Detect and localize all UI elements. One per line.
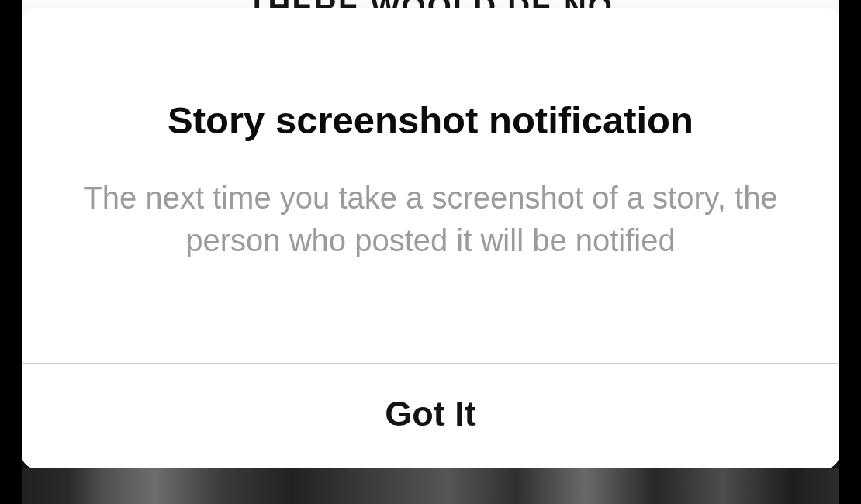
dialog-body: Story screenshot notification The next t… [22,8,839,363]
letterbox-left [0,0,22,504]
got-it-button[interactable]: Got It [22,364,839,468]
letterbox-right [839,0,861,504]
story-screenshot-dialog: Story screenshot notification The next t… [22,8,839,468]
background-story-bottom [0,468,861,504]
dialog-actions: Got It [22,363,839,468]
screenshot-viewport: THERE WOOLD DE NO @WABetaInfo Story scre… [0,0,861,504]
dialog-message: The next time you take a screenshot of a… [81,177,780,262]
dialog-title: Story screenshot notification [168,101,693,140]
